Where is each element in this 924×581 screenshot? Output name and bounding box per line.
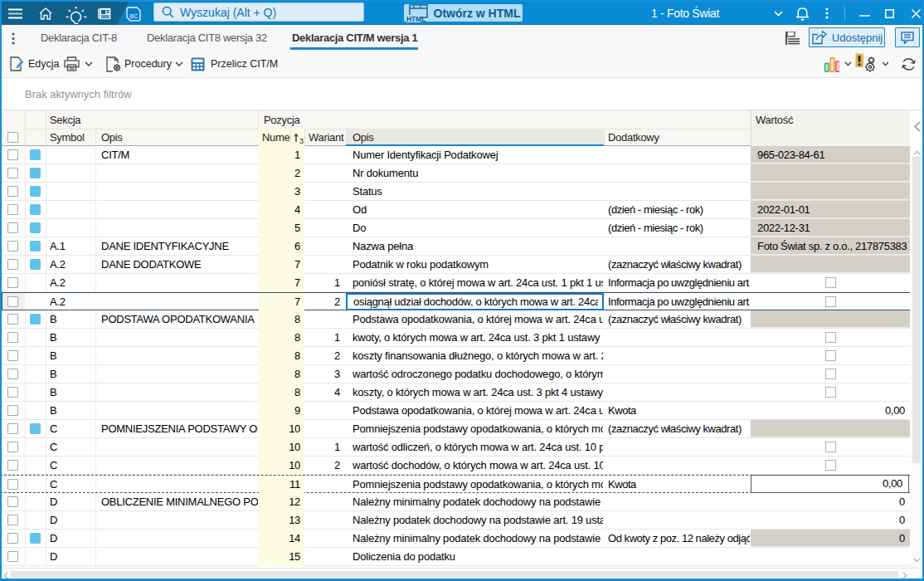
svg-text:BC: BC bbox=[130, 13, 139, 19]
svg-text:HTML: HTML bbox=[406, 15, 426, 22]
